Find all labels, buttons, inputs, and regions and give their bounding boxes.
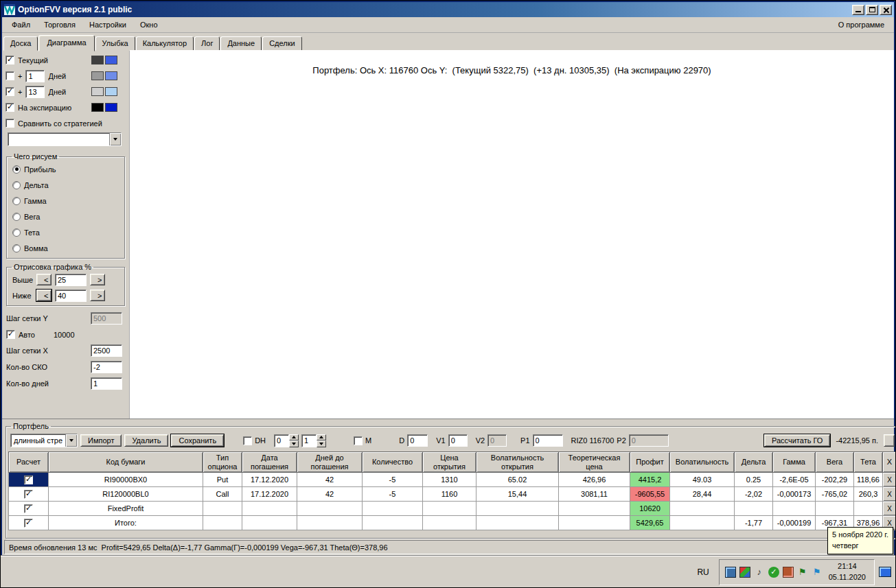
menu-window[interactable]: Окно <box>133 19 165 31</box>
current-color-swatch-2[interactable] <box>105 56 117 64</box>
p1-input[interactable] <box>533 434 563 447</box>
above-percent-input[interactable] <box>55 274 87 286</box>
column-header[interactable]: Профит <box>630 452 670 473</box>
compare-strategy-checkbox[interactable] <box>5 119 14 128</box>
radio-delta[interactable] <box>12 181 21 189</box>
current-line-checkbox[interactable] <box>5 56 14 64</box>
menu-about[interactable]: О программе <box>831 19 891 31</box>
below-decrease-button[interactable]: < <box>36 290 51 301</box>
dropdown-arrow-icon[interactable] <box>65 434 77 447</box>
save-button[interactable]: Сохранить <box>171 434 224 447</box>
tray-package-icon[interactable] <box>739 567 750 578</box>
column-header[interactable]: Количество <box>363 452 423 473</box>
m-checkbox[interactable] <box>354 436 363 445</box>
menu-trading[interactable]: Торговля <box>37 19 82 31</box>
dropdown-arrow-icon[interactable] <box>109 133 121 145</box>
row-calc-cell[interactable] <box>9 473 49 487</box>
plus13-line-checkbox[interactable] <box>5 87 14 96</box>
below-increase-button[interactable]: > <box>90 290 105 301</box>
import-button[interactable]: Импорт <box>80 434 122 447</box>
column-header[interactable]: Тип опциона <box>203 452 242 473</box>
tab-log[interactable]: Лог <box>194 36 220 51</box>
row-calc-cell[interactable] <box>9 502 49 516</box>
grid-step-x-input[interactable] <box>91 344 122 357</box>
strategy-select[interactable]: длинный стре <box>10 434 78 447</box>
expiration-line-checkbox[interactable] <box>5 103 14 112</box>
row-calc-cell[interactable] <box>9 516 49 530</box>
row-checkbox[interactable] <box>24 504 33 513</box>
column-header[interactable]: Расчет <box>9 452 49 473</box>
radio-vega[interactable] <box>12 213 21 221</box>
plus13-color-swatch-1[interactable] <box>91 87 104 96</box>
column-header[interactable]: Волатильность открытия <box>476 452 559 473</box>
days-count-input[interactable] <box>91 377 122 390</box>
expiration-color-swatch-2[interactable] <box>105 103 117 112</box>
language-indicator[interactable]: RU <box>691 565 714 580</box>
column-header[interactable]: Дней до погашения <box>297 452 363 473</box>
column-header[interactable]: Волатильность <box>670 452 735 473</box>
row-checkbox[interactable] <box>24 519 33 528</box>
d-input[interactable] <box>407 434 428 447</box>
tray-flag-blue-icon[interactable]: ⚑ <box>812 567 823 578</box>
radio-gamma[interactable] <box>12 197 21 205</box>
radio-theta[interactable] <box>12 228 21 237</box>
menu-settings[interactable]: Настройки <box>82 19 133 31</box>
column-header[interactable]: Гамма <box>773 452 816 473</box>
plus13-days-input[interactable] <box>25 86 45 98</box>
radio-vomma[interactable] <box>12 244 21 252</box>
delete-button[interactable]: Удалить <box>124 434 168 447</box>
row-delete-button[interactable]: X <box>883 502 896 516</box>
expiration-color-swatch-1[interactable] <box>91 103 104 112</box>
dh-spinner-2-input[interactable] <box>301 434 317 447</box>
radio-profit[interactable] <box>12 165 21 174</box>
down-arrow-icon[interactable] <box>317 440 326 447</box>
plus1-line-checkbox[interactable] <box>5 71 14 80</box>
column-header[interactable]: Цена открытия <box>423 452 476 473</box>
plus1-color-swatch-2[interactable] <box>105 71 117 80</box>
column-header[interactable]: Теоретическая цена <box>559 452 630 473</box>
calc-margin-button[interactable]: Рассчитать ГО <box>764 434 830 447</box>
column-header[interactable]: Вега <box>816 452 854 473</box>
tab-kalkulyator[interactable]: Калькулятор <box>136 36 194 51</box>
below-percent-input[interactable] <box>55 290 87 302</box>
menu-file[interactable]: Файл <box>5 19 37 31</box>
row-checkbox[interactable] <box>24 475 33 484</box>
compare-strategy-select[interactable] <box>8 132 122 146</box>
column-header[interactable]: Код бумаги <box>49 452 203 473</box>
p2-input[interactable] <box>629 434 669 447</box>
more-options-button[interactable] <box>884 434 895 447</box>
dh-checkbox[interactable] <box>243 436 252 445</box>
column-header[interactable]: X <box>883 452 896 473</box>
display-settings-icon[interactable] <box>879 567 891 577</box>
grid-step-y-input[interactable] <box>91 312 122 325</box>
row-delete-button[interactable]: X <box>883 487 896 502</box>
sko-count-input[interactable] <box>91 361 122 373</box>
column-header[interactable]: Дельта <box>735 452 773 473</box>
tray-update-check-icon[interactable]: ✓ <box>768 567 779 578</box>
row-calc-cell[interactable] <box>9 487 49 502</box>
above-decrease-button[interactable]: < <box>36 274 51 285</box>
row-checkbox[interactable] <box>24 490 33 499</box>
tray-guard-icon[interactable] <box>783 567 794 578</box>
tray-flag-green-icon[interactable]: ⚑ <box>797 567 808 578</box>
tab-diagramma[interactable]: Диаграмма <box>38 35 94 51</box>
above-increase-button[interactable]: > <box>90 274 105 285</box>
maximize-button[interactable] <box>866 5 878 15</box>
tab-doska[interactable]: Доска <box>3 36 38 51</box>
clock[interactable]: 21:14 05.11.2020 <box>826 561 869 583</box>
down-arrow-icon[interactable] <box>289 440 299 447</box>
up-arrow-icon[interactable] <box>289 434 299 441</box>
plus1-days-input[interactable] <box>25 70 45 82</box>
column-header[interactable]: Дата погашения <box>242 452 297 473</box>
tab-ulybka[interactable]: Улыбка <box>95 36 135 51</box>
v2-input[interactable] <box>487 434 507 447</box>
payoff-chart[interactable] <box>130 75 893 417</box>
auto-grid-checkbox[interactable] <box>6 330 15 339</box>
dh-spinner-1-input[interactable] <box>274 434 289 447</box>
tray-volume-icon[interactable]: ♪ <box>754 567 765 578</box>
minimize-button[interactable] <box>852 5 864 15</box>
close-button[interactable] <box>880 5 892 15</box>
plus1-color-swatch-1[interactable] <box>91 71 104 80</box>
tray-display-icon[interactable] <box>725 567 736 578</box>
tab-dannye[interactable]: Данные <box>220 36 262 51</box>
